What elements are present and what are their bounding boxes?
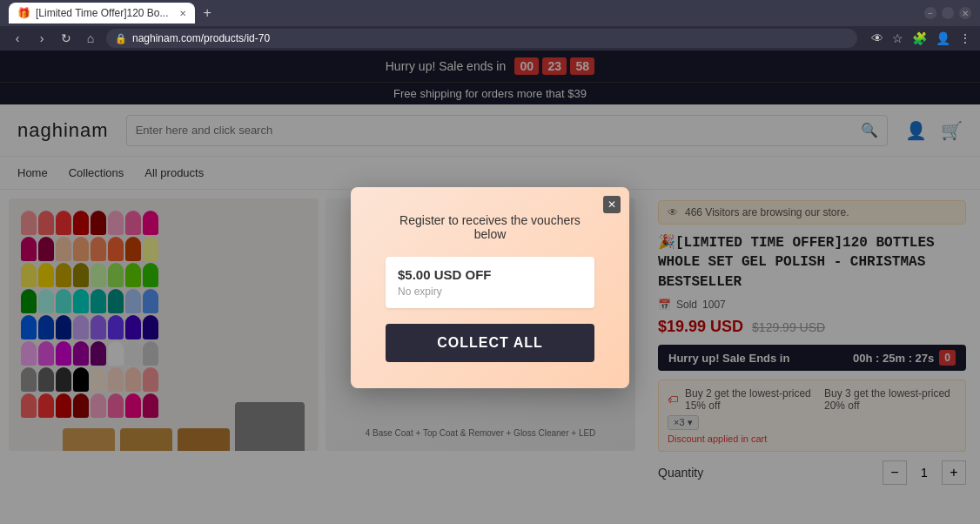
home-button[interactable]: ⌂ — [82, 31, 99, 45]
browser-controls: ‹ › ↻ ⌂ 🔒 naghinam.com/products/id-70 👁 … — [0, 26, 980, 50]
url-bar[interactable]: 🔒 naghinam.com/products/id-70 — [106, 29, 857, 48]
eye-slash-icon[interactable]: 👁 — [871, 31, 883, 45]
tab-emoji: 🎁 — [17, 7, 30, 19]
voucher-code: $5.00 USD OFF — [398, 267, 582, 282]
site-wrapper: Hurry up! Sale ends in 00 23 58 Free shi… — [0, 50, 980, 524]
modal-overlay: ✕ Register to receives the vouchers belo… — [0, 50, 980, 524]
bookmark-icon[interactable]: ☆ — [892, 31, 903, 45]
voucher-box: $5.00 USD OFF No expiry — [386, 257, 594, 308]
reload-button[interactable]: ↻ — [57, 31, 75, 45]
modal-title: Register to receives the vouchers below — [386, 213, 594, 241]
forward-button[interactable]: › — [33, 31, 50, 45]
collect-all-button[interactable]: COLLECT ALL — [386, 324, 594, 362]
browser-chrome: 🎁 [Limited Time Offer]120 Bo... ✕ + − ✕ … — [0, 0, 980, 50]
security-icon: 🔒 — [115, 33, 127, 44]
window-controls: − ✕ — [924, 7, 971, 19]
new-tab-button[interactable]: + — [204, 5, 211, 21]
tab-bar: 🎁 [Limited Time Offer]120 Bo... ✕ + − ✕ — [0, 0, 980, 26]
minimize-button[interactable]: − — [924, 7, 936, 19]
back-button[interactable]: ‹ — [9, 31, 26, 45]
close-button[interactable]: ✕ — [959, 7, 971, 19]
url-text: naghinam.com/products/id-70 — [132, 32, 849, 44]
browser-action-icons: 👁 ☆ 🧩 👤 ⋮ — [871, 31, 971, 45]
maximize-button[interactable] — [942, 7, 954, 19]
tab-title: [Limited Time Offer]120 Bo... — [36, 7, 169, 19]
account-icon[interactable]: 👤 — [936, 31, 950, 45]
voucher-modal: ✕ Register to receives the vouchers belo… — [351, 187, 629, 388]
active-tab[interactable]: 🎁 [Limited Time Offer]120 Bo... ✕ — [9, 3, 195, 24]
voucher-expiry: No expiry — [398, 286, 582, 298]
modal-close-button[interactable]: ✕ — [603, 196, 621, 213]
tab-close-icon[interactable]: ✕ — [179, 9, 186, 18]
extensions-icon[interactable]: 🧩 — [912, 31, 927, 45]
menu-icon[interactable]: ⋮ — [959, 31, 971, 45]
